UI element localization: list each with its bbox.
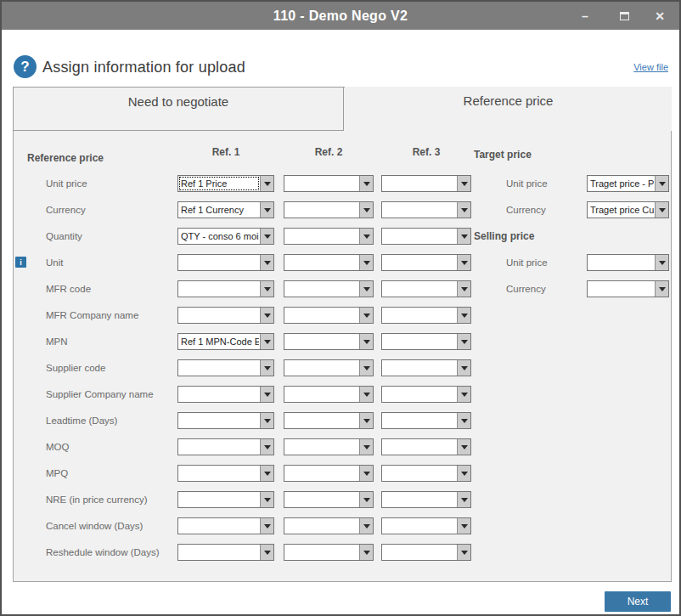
tab-reference-price[interactable]: Reference price <box>345 87 672 131</box>
row-label: Reshedule window (Days) <box>46 544 173 561</box>
combo-ref2[interactable] <box>284 438 374 455</box>
combo-ref3[interactable] <box>381 491 471 508</box>
combo-ref1[interactable] <box>177 307 274 324</box>
combo-ref3-value <box>383 440 456 454</box>
combo-right[interactable]: Traget price - Pri <box>587 175 669 192</box>
dialog-window: 110 - Demo Nego V2 – ✕ ? Assign informat… <box>0 0 681 616</box>
combo-ref2[interactable] <box>284 307 374 324</box>
down-triangle-icon <box>363 340 370 344</box>
down-triangle-icon <box>363 393 370 397</box>
combo-ref2-value <box>285 440 358 454</box>
combo-right[interactable] <box>587 280 669 297</box>
combo-ref3[interactable] <box>381 307 471 324</box>
dropdown-arrow-icon <box>457 466 470 481</box>
row-label: Supplier code <box>46 359 173 376</box>
form-row: Supplier code <box>2 359 681 376</box>
combo-ref1-value <box>179 308 259 322</box>
combo-ref3[interactable] <box>381 333 471 350</box>
left-section-title: Reference price <box>27 151 104 165</box>
dropdown-arrow-icon <box>457 387 470 402</box>
combo-ref1[interactable] <box>177 438 274 455</box>
combo-ref2-value <box>285 335 358 348</box>
combo-ref3-value <box>383 545 456 559</box>
dropdown-arrow-icon <box>260 360 273 376</box>
dropdown-arrow-icon <box>359 360 373 376</box>
dropdown-arrow-icon <box>359 545 373 560</box>
combo-ref2[interactable] <box>284 386 374 403</box>
down-triangle-icon <box>461 314 468 318</box>
combo-ref1-value <box>179 414 259 427</box>
tab-need-to-negotiate[interactable]: Need to negotiate <box>13 87 344 131</box>
dropdown-arrow-icon <box>260 334 273 349</box>
down-triangle-icon <box>363 472 370 476</box>
form-row: Supplier Company name <box>2 386 681 403</box>
dropdown-arrow-icon <box>359 413 373 428</box>
combo-ref3[interactable] <box>381 438 471 455</box>
combo-ref3[interactable] <box>381 517 471 534</box>
down-triangle-icon <box>264 340 271 344</box>
combo-ref3-value <box>383 414 456 427</box>
combo-ref3[interactable] <box>381 465 471 482</box>
combo-ref1[interactable] <box>177 544 274 561</box>
combo-ref3[interactable] <box>381 386 471 403</box>
row-label: Cancel window (Days) <box>46 517 173 534</box>
dropdown-arrow-icon <box>260 413 273 428</box>
dropdown-arrow-icon <box>260 387 273 402</box>
combo-right[interactable]: Traget price Cur <box>587 201 669 218</box>
maximize-icon <box>620 12 629 20</box>
combo-ref3[interactable] <box>381 359 471 376</box>
combo-ref3[interactable] <box>381 544 471 561</box>
maximize-button[interactable] <box>611 2 637 30</box>
dropdown-arrow-icon <box>655 255 668 270</box>
combo-ref1[interactable]: Ref 1 MPN-Code E: <box>177 333 274 350</box>
dropdown-arrow-icon <box>359 308 373 323</box>
dropdown-arrow-icon <box>457 308 470 323</box>
down-triangle-icon <box>659 182 666 186</box>
combo-ref3-value <box>383 308 456 322</box>
next-button[interactable]: Next <box>605 591 671 612</box>
combo-ref1[interactable] <box>177 491 274 508</box>
combo-ref3[interactable] <box>381 412 471 429</box>
combo-ref2[interactable] <box>284 333 374 350</box>
right-subsection-title: Selling price <box>474 228 534 245</box>
dropdown-arrow-icon <box>359 439 373 455</box>
combo-ref2[interactable] <box>284 465 374 482</box>
next-button-label: Next <box>628 596 649 608</box>
combo-ref1[interactable] <box>177 465 274 482</box>
row-label: NRE (in price currency) <box>46 491 173 508</box>
combo-ref1[interactable] <box>177 517 274 534</box>
view-file-link[interactable]: View file <box>633 62 668 72</box>
form-row-right: Currency <box>2 280 681 297</box>
combo-right[interactable] <box>587 254 669 271</box>
row-label: Unit price <box>506 175 583 192</box>
combo-ref2[interactable] <box>284 517 374 534</box>
combo-ref2[interactable] <box>284 544 374 561</box>
form-row: Leadtime (Days) <box>2 412 681 429</box>
form-row: MOQ <box>2 438 681 455</box>
combo-right-value <box>588 282 654 296</box>
dropdown-arrow-icon <box>260 518 273 534</box>
close-button[interactable]: ✕ <box>647 2 673 30</box>
down-triangle-icon <box>363 366 370 370</box>
combo-ref2-value <box>285 414 358 427</box>
title-bar: 110 - Demo Nego V2 – ✕ <box>2 2 679 30</box>
combo-ref1[interactable] <box>177 386 274 403</box>
dropdown-arrow-icon <box>260 439 273 455</box>
down-triangle-icon <box>264 314 271 318</box>
minimize-button[interactable]: – <box>572 2 598 30</box>
dropdown-arrow-icon <box>655 281 668 297</box>
combo-ref2-value <box>285 493 358 506</box>
combo-ref1[interactable] <box>177 412 274 429</box>
combo-ref2[interactable] <box>284 359 374 376</box>
dropdown-arrow-icon <box>260 308 273 323</box>
form-row: Reshedule window (Days) <box>2 544 681 561</box>
combo-ref1[interactable] <box>177 359 274 376</box>
combo-ref1-value <box>179 493 259 506</box>
row-label: MPN <box>46 333 173 350</box>
combo-ref2[interactable] <box>284 491 374 508</box>
dropdown-arrow-icon <box>359 387 373 402</box>
down-triangle-icon <box>461 419 468 423</box>
combo-ref2[interactable] <box>284 412 374 429</box>
down-triangle-icon <box>363 419 370 423</box>
row-label: Supplier Company name <box>46 386 173 403</box>
